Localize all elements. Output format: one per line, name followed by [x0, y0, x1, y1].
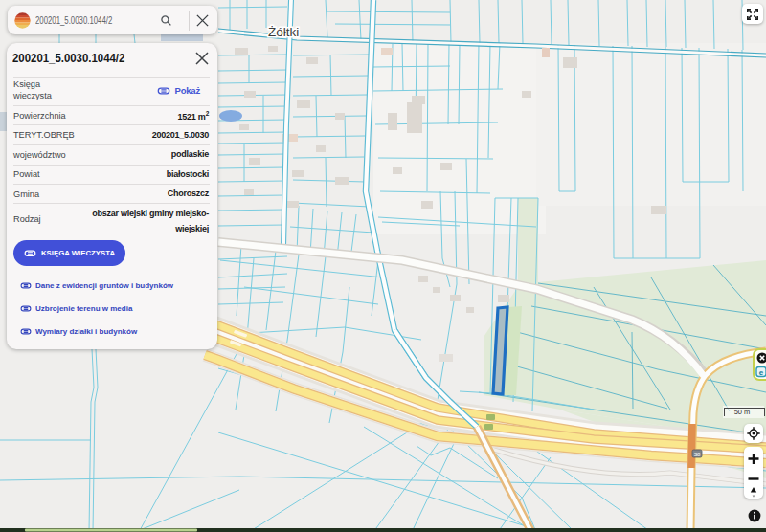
svg-text:S8: S8 [694, 452, 701, 457]
svg-text:e: e [759, 368, 764, 377]
svg-text:Żółtki: Żółtki [268, 25, 299, 39]
